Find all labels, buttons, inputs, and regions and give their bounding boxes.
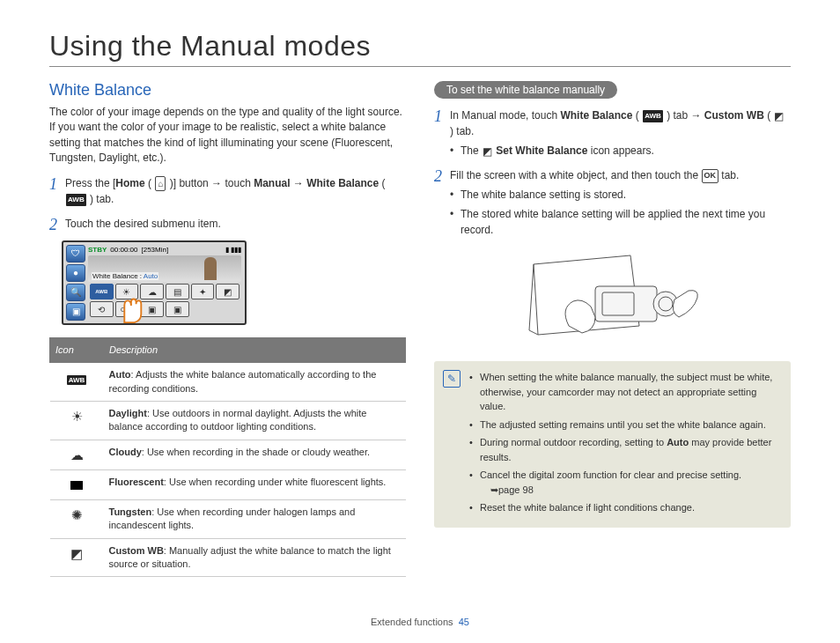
- ok-icon: OK: [702, 169, 719, 183]
- manual-step-1: In Manual mode, touch White Balance ( AW…: [434, 107, 791, 159]
- hands-camera-illustration: [507, 247, 718, 352]
- note-item: Reset the white balance if light conditi…: [469, 500, 780, 515]
- row-desc: Fluorescent: Use when recording under wh…: [104, 469, 406, 499]
- row-icon: ◩: [50, 538, 104, 577]
- row-icon: ☁: [50, 440, 104, 469]
- lcd-zoom-icon: 🔍: [66, 284, 85, 301]
- left-column: White Balance The color of your image de…: [49, 78, 406, 577]
- opt-misc1-icon: ⟲: [90, 301, 114, 317]
- subsection-pill: To set the white balance manually: [434, 81, 617, 99]
- intro-paragraph: The color of your image depends on the t…: [49, 105, 406, 166]
- note-item: The adjusted setting remains until you s…: [469, 418, 780, 432]
- lcd-time: 00:00:00: [110, 246, 137, 254]
- lcd-mode-icon: ●: [66, 264, 85, 282]
- icon-description-table: Icon Description AWBAuto: Adjusts the wh…: [49, 337, 406, 578]
- opt-tung-icon: ✦: [191, 284, 215, 299]
- row-desc: Tungsten: Use when recording under halog…: [104, 499, 406, 538]
- row-icon: ✺: [50, 499, 104, 538]
- right-column: To set the white balance manually In Man…: [434, 78, 791, 577]
- row-icon: [50, 469, 104, 499]
- manual-step-2: Fill the screen with a white object, and…: [434, 167, 791, 238]
- hand-pointer-icon: [113, 291, 146, 324]
- note-item: Cancel the digital zoom function for cle…: [469, 468, 780, 497]
- row-icon: AWB: [50, 363, 104, 402]
- lcd-preview: White Balance : Auto: [88, 255, 241, 282]
- table-row: AWBAuto: Adjusts the white balance autom…: [50, 363, 406, 402]
- section-heading: White Balance: [49, 81, 406, 100]
- table-row: ☀Daylight: Use outdoors in normal daylig…: [50, 402, 406, 440]
- table-row: ◩Custom WB: Manually adjust the white ba…: [50, 538, 406, 577]
- step-1: Press the [Home ( ⌂ )] button → touch Ma…: [49, 175, 406, 207]
- row-desc: Custom WB: Manually adjust the white bal…: [104, 538, 406, 577]
- lcd-battery-icon: ▮▮▮: [231, 246, 241, 254]
- row-desc: Daylight: Use outdoors in normal dayligh…: [104, 402, 406, 440]
- lcd-stby: STBY: [88, 246, 107, 254]
- home-icon: ⌂: [155, 176, 166, 191]
- opt-awb-icon: AWB: [90, 284, 114, 299]
- note-icon: ✎: [443, 370, 461, 388]
- lcd-play-icon: ▣: [66, 303, 85, 321]
- set-wb-icon: ◩: [483, 146, 492, 157]
- table-row: ☁Cloudy: Use when recording in the shade…: [50, 440, 406, 469]
- note-item: During normal outdoor recording, setting…: [469, 435, 780, 464]
- awb-icon: AWB: [66, 194, 86, 206]
- table-header: Icon Description: [50, 337, 406, 362]
- row-icon: ☀: [50, 402, 104, 440]
- col-desc: Description: [104, 337, 406, 362]
- lcd-screenshot: 🛡 ● 🔍 ▣ STBY 00:00:00 [253Min] ▮ ▮▮▮: [62, 240, 247, 325]
- lcd-shield-icon: 🛡: [66, 245, 85, 262]
- custom-wb-icon: ◩: [774, 111, 784, 122]
- lcd-remain: [253Min]: [141, 246, 168, 254]
- table-row: ✺Tungsten: Use when recording under halo…: [50, 499, 406, 538]
- opt-fluor-icon: ▤: [166, 284, 189, 299]
- col-icon: Icon: [50, 337, 104, 362]
- svg-rect-0: [595, 286, 657, 322]
- row-desc: Auto: Adjusts the white balance automati…: [104, 363, 406, 402]
- awb-icon: AWB: [643, 110, 663, 122]
- table-row: Fluorescent: Use when recording under wh…: [50, 469, 406, 499]
- note-box: ✎ When setting the white balance manuall…: [434, 361, 791, 528]
- page-footer: Extended functions 45: [0, 617, 840, 627]
- page-title: Using the Manual modes: [49, 30, 791, 67]
- opt-more-icon: ▣: [166, 301, 189, 317]
- opt-cwb-icon: ◩: [216, 284, 239, 299]
- note-item: When setting the white balance manually,…: [469, 370, 780, 414]
- row-desc: Cloudy: Use when recording in the shade …: [104, 440, 406, 469]
- lcd-card-icon: ▮: [225, 246, 229, 254]
- step-2: Touch the desired submenu item.: [49, 216, 406, 232]
